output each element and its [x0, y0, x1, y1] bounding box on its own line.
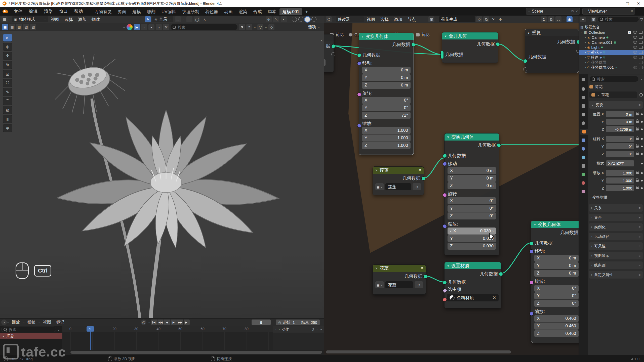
expand-icon[interactable]: ›: [585, 35, 586, 39]
ne-menu-add[interactable]: 添加: [391, 17, 405, 22]
tab-scene[interactable]: [580, 112, 587, 118]
partial-out-socket[interactable]: [331, 44, 335, 48]
transform1-scale-socket[interactable]: [357, 124, 361, 128]
transform2-rot-x[interactable]: X0°: [448, 197, 496, 204]
outliner-collection[interactable]: ⌄ ▦ Collection ✓: [579, 30, 644, 35]
seedpod-group-name[interactable]: 莲蓬: [385, 183, 411, 190]
lock-icon[interactable]: [636, 138, 639, 140]
viewlayer-new-icon[interactable]: ⧉: [631, 9, 633, 13]
transform2-scale-y[interactable]: Y0.030: [448, 235, 496, 242]
transform3-scale-z[interactable]: Z0.460: [534, 330, 579, 337]
select-extend-icon[interactable]: ▤: [9, 24, 15, 30]
join-input-socket[interactable]: [440, 51, 444, 59]
shading-material-icon[interactable]: [305, 17, 310, 22]
setmat-output-socket[interactable]: [499, 272, 503, 276]
tree-pin-icon[interactable]: ⊙: [497, 16, 503, 22]
sphere-c-icon[interactable]: ◑: [156, 24, 162, 30]
lock-icon[interactable]: [636, 179, 639, 182]
setmat-material-socket[interactable]: [443, 298, 447, 302]
ne-snap-chevron-icon[interactable]: ⌄: [563, 18, 565, 21]
scene-unlink-icon[interactable]: ✕: [575, 10, 578, 13]
setmat-header[interactable]: ∨设置材质: [445, 262, 501, 269]
outliner-item-camera001[interactable]: › ▲ Camera.001 ▦: [579, 40, 644, 45]
playhead-badge[interactable]: 9: [87, 326, 94, 332]
shading-rendered-icon[interactable]: [311, 17, 316, 22]
scene-selector[interactable]: ⌄ Scene ⧉ ✕: [526, 8, 580, 15]
eye-icon[interactable]: [633, 66, 637, 69]
transform2-move-z[interactable]: Z0 m: [448, 182, 496, 189]
transform2-rot-z[interactable]: Z0°: [448, 212, 496, 219]
animate-dot[interactable]: [641, 172, 643, 174]
options-group[interactable]: 选项 ⌄: [308, 24, 320, 30]
animate-dot[interactable]: [641, 113, 643, 115]
loc-y-field[interactable]: 0 m: [606, 119, 634, 125]
tree-icon[interactable]: ▣: [428, 16, 434, 22]
scale-z-field[interactable]: 1.000: [606, 185, 634, 191]
ne-menu-view[interactable]: 视图: [364, 17, 378, 22]
partial-extra-socket[interactable]: [331, 52, 335, 56]
transform1-move-y[interactable]: Y0 m: [362, 74, 411, 81]
outliner-item-light[interactable]: › ◉ Light ✱: [579, 45, 644, 50]
animate-dot[interactable]: [641, 128, 643, 130]
transform1-rot-x[interactable]: X0°: [362, 97, 411, 104]
animate-dot[interactable]: [641, 180, 643, 182]
animate-dot[interactable]: [641, 138, 643, 140]
tool-move[interactable]: ✛: [3, 52, 12, 60]
expand-icon[interactable]: ›: [585, 56, 586, 59]
jump-start-button[interactable]: ◀: [151, 320, 157, 325]
outliner-display-icon[interactable]: ▣: [591, 17, 596, 22]
section-custom-properties[interactable]: ›自定义属性≡: [589, 271, 643, 279]
rot-x-field[interactable]: 0°: [606, 136, 634, 142]
render-off-icon[interactable]: [639, 61, 643, 64]
expand-icon[interactable]: ›: [585, 51, 586, 54]
ne-snap-icon[interactable]: ◡: [555, 16, 561, 22]
outliner-item-camera[interactable]: › ▲ Camera ◆: [579, 35, 644, 40]
funnel-chevron-icon[interactable]: ⌄: [265, 25, 267, 29]
next-keyframe-button[interactable]: ▶▶: [177, 320, 183, 325]
eye-icon[interactable]: [633, 36, 637, 39]
node-editor-hscrollbar[interactable]: [326, 350, 511, 353]
transform2-move-y[interactable]: Y0 m: [448, 175, 496, 182]
select-invert-icon[interactable]: ▧: [23, 24, 29, 30]
tree-name-field[interactable]: 荷花生成: [439, 16, 475, 22]
tree-copy-icon[interactable]: ⧉: [483, 16, 489, 22]
expand-icon[interactable]: ›: [585, 46, 586, 49]
sphere-b-icon[interactable]: ◕: [148, 24, 154, 30]
vp-menu-object[interactable]: 物体: [89, 17, 103, 22]
section-viewport-display[interactable]: ›视图显示≡: [589, 252, 643, 259]
proportional-edit-icon[interactable]: ◯: [194, 16, 200, 22]
timeline-hscrollbar[interactable]: [70, 351, 322, 354]
mode-dropdown[interactable]: ▣ 物体模式 ⌄: [12, 16, 48, 22]
tool-scale[interactable]: ◱: [3, 70, 12, 78]
ne-editor-type-icon[interactable]: ⬡: [326, 16, 332, 22]
keying-set-icon[interactable]: ◎: [141, 320, 146, 325]
workspace-tab-7[interactable]: 动画: [221, 8, 236, 15]
render-off-icon[interactable]: [639, 66, 643, 69]
collection-stack-icon[interactable]: ≡: [246, 24, 252, 30]
transform3-input-socket[interactable]: [530, 241, 534, 245]
transform-section-header[interactable]: ⌄ 变换 ≡: [589, 101, 643, 109]
transform3-move-z[interactable]: Z0 m: [534, 270, 579, 277]
render-icon[interactable]: [639, 56, 643, 59]
show-gizmo-icon[interactable]: ⟐: [266, 16, 272, 22]
transform1-input-socket[interactable]: [357, 53, 361, 57]
props-search[interactable]: [589, 76, 639, 82]
expand-icon[interactable]: ›: [585, 61, 586, 64]
orientation-dropdown[interactable]: ◎ 全局 ⌄: [152, 16, 173, 22]
workspace-tab-2[interactable]: 建模: [129, 8, 144, 15]
end-value-field[interactable]: 250: [311, 320, 317, 325]
vp-menu-add[interactable]: 添加: [75, 17, 89, 22]
transform2-move-socket[interactable]: [443, 162, 447, 166]
join-header[interactable]: ∨合并几何: [442, 32, 498, 39]
fake-user-shield-icon[interactable]: ◇: [476, 16, 482, 22]
delta-transform-row[interactable]: › 变换增量: [589, 195, 608, 200]
scale-y-field[interactable]: 1.000: [606, 177, 634, 184]
repeat-extra-in-socket[interactable]: [523, 67, 527, 71]
tl-menu-markers[interactable]: 标记: [54, 320, 67, 325]
select-intersect-icon[interactable]: ▨: [30, 24, 36, 30]
tab-output[interactable]: [580, 95, 587, 101]
transform1-header[interactable]: ∨变换几何体: [359, 33, 414, 40]
tool-rotate[interactable]: ↻: [3, 61, 12, 69]
active-filter-icon[interactable]: ▣: [134, 24, 140, 30]
section-instancing[interactable]: ›实例化≡: [589, 223, 643, 231]
